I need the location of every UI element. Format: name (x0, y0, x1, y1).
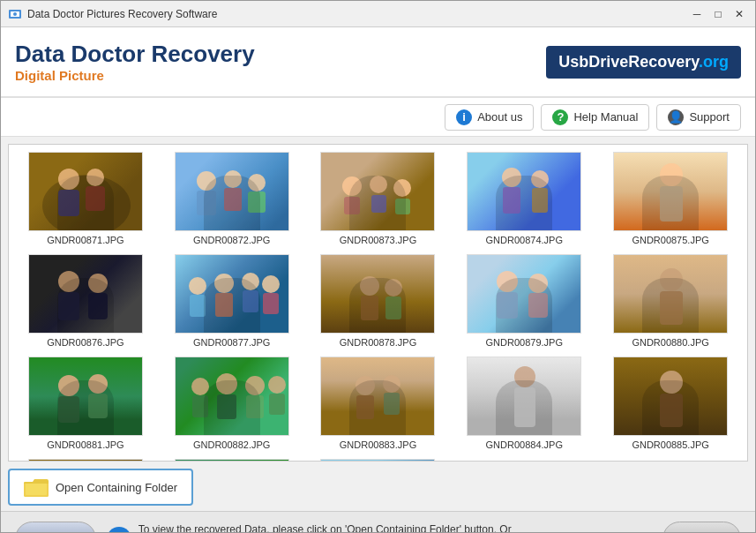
back-arrow-icon: ‹ (34, 529, 39, 533)
folder-icon (24, 477, 49, 497)
svg-rect-33 (215, 293, 233, 317)
support-label: Support (689, 110, 730, 124)
photo-label: GNDR00883.JPG (340, 439, 416, 450)
svg-rect-15 (344, 197, 360, 214)
support-icon: 👤 (668, 109, 684, 125)
help-icon: ? (552, 109, 568, 125)
back-button[interactable]: ‹ Back (15, 522, 96, 533)
photo-thumbnail (175, 357, 289, 436)
list-item[interactable]: GNDR00875.JPG (601, 152, 740, 245)
minimize-button[interactable]: ─ (688, 5, 706, 23)
photo-label: GNDR00878.JPG (340, 337, 416, 348)
photo-label: GNDR00880.JPG (632, 337, 708, 348)
list-item[interactable] (162, 459, 302, 461)
window-controls[interactable]: ─ □ ✕ (688, 5, 748, 23)
list-item[interactable]: GNDR00884.JPG (454, 357, 594, 450)
list-item[interactable]: GNDR00872.JPG (162, 152, 302, 245)
svg-rect-49 (58, 396, 79, 423)
svg-rect-17 (371, 195, 386, 213)
list-item[interactable]: GNDR00885.JPG (601, 357, 740, 450)
svg-rect-45 (528, 293, 548, 318)
svg-point-42 (497, 271, 518, 292)
svg-point-12 (248, 174, 266, 191)
header: Data Doctor Recovery Digital Picture Usb… (1, 27, 755, 98)
list-item[interactable] (16, 459, 155, 461)
svg-rect-7 (86, 186, 105, 211)
list-item[interactable]: GNDR00879.JPG (454, 254, 594, 348)
svg-rect-51 (88, 394, 108, 418)
photo-label: GNDR00872.JPG (193, 235, 270, 245)
photo-gallery: GNDR00871.JPGGNDR00872.JPGGNDR00873.JPGG… (9, 145, 747, 461)
list-item[interactable]: GNDR00876.JPG (16, 254, 155, 348)
next-arrow-icon: › (717, 529, 722, 533)
svg-point-58 (268, 376, 286, 394)
svg-point-46 (660, 268, 683, 291)
window-title: Data Doctor Pictures Recovery Software (27, 8, 217, 20)
brand-text-suffix: .org (699, 53, 729, 71)
svg-point-64 (514, 366, 535, 387)
photo-label: GNDR00884.JPG (486, 439, 563, 450)
next-button[interactable]: Next › (662, 522, 741, 533)
svg-point-54 (216, 373, 237, 394)
list-item[interactable]: GNDR00871.JPG (16, 152, 155, 245)
svg-point-2 (13, 12, 17, 16)
photo-label: GNDR00882.JPG (193, 439, 270, 450)
list-item[interactable]: GNDR00878.JPG (309, 254, 448, 348)
list-item[interactable]: GNDR00873.JPG (309, 152, 448, 245)
photo-label: GNDR00877.JPG (193, 337, 270, 348)
svg-point-24 (660, 163, 683, 186)
svg-rect-55 (217, 394, 236, 419)
svg-point-40 (385, 279, 402, 297)
app-branding: Data Doctor Recovery Digital Picture (15, 41, 255, 83)
titlebar-title-area: Data Doctor Pictures Recovery Software (8, 7, 217, 21)
svg-point-4 (58, 169, 79, 190)
photo-thumbnail (28, 459, 143, 461)
svg-rect-57 (246, 395, 264, 418)
list-item[interactable]: GNDR00874.JPG (454, 152, 594, 245)
support-button[interactable]: 👤 Support (656, 104, 741, 131)
brand-text-prefix: UsbDriveRecovery (558, 53, 699, 71)
help-button[interactable]: ? Help Manual (541, 104, 649, 131)
info-circle-icon: i (107, 527, 131, 534)
list-item[interactable]: GNDR00877.JPG (162, 254, 302, 348)
svg-point-34 (242, 273, 259, 290)
folder-section: Open Containing Folder (8, 469, 748, 506)
svg-point-22 (531, 170, 549, 188)
svg-rect-37 (263, 293, 279, 314)
list-item[interactable] (309, 459, 448, 461)
close-button[interactable]: ✕ (730, 5, 748, 23)
svg-rect-11 (224, 188, 242, 211)
list-item[interactable]: GNDR00881.JPG (16, 357, 155, 450)
svg-rect-47 (660, 291, 683, 325)
svg-point-10 (224, 170, 242, 188)
app-subtitle: Digital Picture (15, 68, 255, 83)
svg-point-60 (356, 376, 375, 395)
list-item[interactable]: GNDR00880.JPG (601, 254, 740, 348)
help-label: Help Manual (573, 110, 638, 124)
svg-point-52 (191, 378, 209, 395)
photo-thumbnail (613, 254, 728, 334)
open-folder-button[interactable]: Open Containing Folder (8, 469, 193, 506)
svg-rect-5 (58, 190, 79, 216)
list-item[interactable]: GNDR00883.JPG (309, 357, 448, 450)
svg-point-26 (58, 271, 79, 292)
photo-label: GNDR00876.JPG (47, 337, 124, 348)
photo-thumbnail (320, 152, 435, 231)
photo-thumbnail (467, 357, 581, 436)
titlebar: Data Doctor Pictures Recovery Software ─… (1, 1, 755, 27)
maximize-button[interactable]: □ (709, 5, 727, 23)
svg-rect-41 (385, 297, 401, 319)
svg-rect-65 (514, 387, 535, 427)
svg-rect-59 (269, 394, 285, 415)
app-icon (8, 7, 22, 21)
svg-point-56 (245, 376, 265, 395)
bottom-navigation: ‹ Back i To view the recovered Data, ple… (1, 511, 755, 533)
svg-rect-27 (58, 292, 79, 320)
svg-point-18 (393, 179, 411, 197)
photo-label: GNDR00881.JPG (47, 439, 124, 450)
photo-thumbnail (320, 357, 435, 436)
list-item[interactable]: GNDR00882.JPG (162, 357, 302, 450)
about-button[interactable]: i About us (445, 104, 534, 131)
photo-label: GNDR00874.JPG (486, 235, 563, 245)
svg-point-44 (528, 274, 548, 293)
